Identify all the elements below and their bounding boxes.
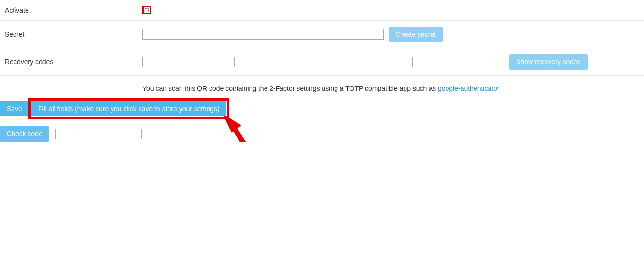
check-code-input[interactable] [55,129,142,139]
show-recovery-button[interactable]: Show recovery codes [509,54,588,70]
activate-row: Activate [0,0,644,21]
activate-checkbox[interactable] [142,6,151,14]
activate-label: Activate [5,6,142,14]
create-secret-button[interactable]: Create secret [389,27,443,42]
recovery-input-3[interactable] [326,57,413,67]
check-row: Check code [0,126,644,142]
check-code-button[interactable]: Check code [0,126,49,142]
checkbox-icon [145,8,149,12]
secret-input[interactable] [142,29,384,40]
recovery-row: Recovery codes Show recovery codes [0,48,644,76]
fill-all-fields-button[interactable]: Fill all fields (make sure you click sav… [31,101,226,116]
info-text: You can scan this QR code containing the… [142,85,438,92]
recovery-input-2[interactable] [234,57,321,67]
recovery-input-1[interactable] [142,57,229,67]
action-row: Save Fill all fields (make sure you clic… [0,101,644,116]
google-authenticator-link[interactable]: google-authenticator [438,85,500,92]
recovery-input-4[interactable] [418,57,504,67]
secret-row: Secret Create secret [0,21,644,48]
recovery-label: Recovery codes [5,58,142,66]
secret-label: Secret [5,30,142,38]
save-button[interactable]: Save [0,101,29,116]
qr-info-text: You can scan this QR code containing the… [0,76,644,101]
